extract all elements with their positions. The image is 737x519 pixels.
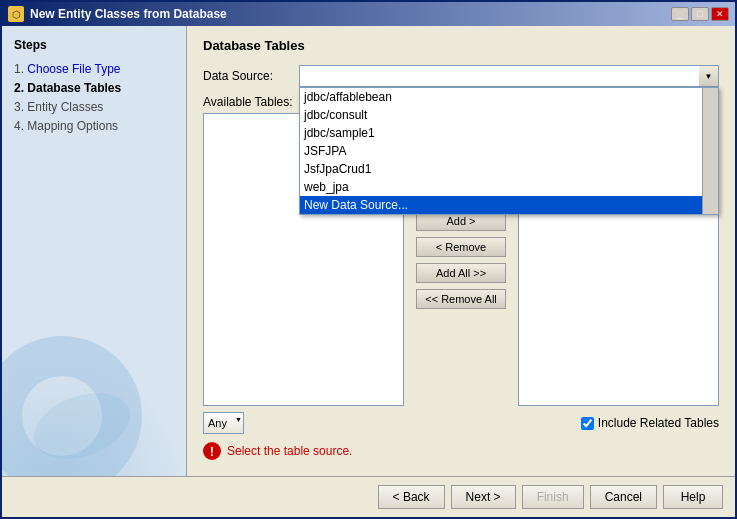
- window-icon: ⬡: [8, 6, 24, 22]
- steps-list: 1. Choose File Type 2. Database Tables 3…: [14, 62, 174, 133]
- data-source-dropdown[interactable]: jdbc/affablebean jdbc/consult jdbc/sampl…: [299, 87, 719, 215]
- filter-select[interactable]: Any: [203, 412, 244, 434]
- step-2: 2. Database Tables: [14, 81, 174, 95]
- include-related-row: Include Related Tables: [581, 416, 719, 430]
- help-button[interactable]: Help: [663, 485, 723, 509]
- remove-all-button[interactable]: << Remove All: [416, 289, 506, 309]
- dropdown-item-jsfjpa[interactable]: JSFJPA: [300, 142, 718, 160]
- bottom-options-row: Any Include Related Tables: [203, 412, 719, 434]
- step-2-label: Database Tables: [27, 81, 121, 95]
- minimize-button[interactable]: _: [671, 7, 689, 21]
- include-related-label: Include Related Tables: [598, 416, 719, 430]
- step-3-label: Entity Classes: [27, 100, 103, 114]
- dropdown-scrollbar[interactable]: [702, 88, 718, 214]
- dropdown-item-web-jpa[interactable]: web_jpa: [300, 178, 718, 196]
- dropdown-item-new-data-source[interactable]: New Data Source...: [300, 196, 718, 214]
- window-controls: _ □ ✕: [671, 7, 729, 21]
- step-1: 1. Choose File Type: [14, 62, 174, 76]
- data-source-combo[interactable]: ▼ jdbc/affablebean jdbc/consult jdbc/sam…: [299, 65, 719, 87]
- filter-combo-row: Any: [203, 412, 244, 434]
- close-button[interactable]: ✕: [711, 7, 729, 21]
- dropdown-item-jdbc-affablebean[interactable]: jdbc/affablebean: [300, 88, 718, 106]
- steps-heading: Steps: [14, 38, 174, 52]
- title-bar: ⬡ New Entity Classes from Database _ □ ✕: [2, 2, 735, 26]
- main-window: ⬡ New Entity Classes from Database _ □ ✕…: [0, 0, 737, 519]
- title-bar-left: ⬡ New Entity Classes from Database: [8, 6, 227, 22]
- steps-panel: Steps 1. Choose File Type 2. Database Ta…: [2, 26, 187, 476]
- dropdown-item-jdbc-sample1[interactable]: jdbc/sample1: [300, 124, 718, 142]
- data-source-dropdown-btn[interactable]: ▼: [699, 65, 719, 87]
- footer: < Back Next > Finish Cancel Help: [2, 476, 735, 517]
- step-4-label: Mapping Options: [27, 119, 118, 133]
- data-source-label: Data Source:: [203, 69, 293, 83]
- error-message: Select the table source.: [227, 444, 352, 458]
- include-related-checkbox[interactable]: [581, 417, 594, 430]
- data-source-row: Data Source: ▼ jdbc/affablebean jdbc/con…: [203, 65, 719, 87]
- filter-select-wrapper[interactable]: Any: [203, 412, 244, 434]
- finish-button[interactable]: Finish: [522, 485, 584, 509]
- cancel-button[interactable]: Cancel: [590, 485, 657, 509]
- error-icon: !: [203, 442, 221, 460]
- dialog-content: Steps 1. Choose File Type 2. Database Ta…: [2, 26, 735, 476]
- maximize-button[interactable]: □: [691, 7, 709, 21]
- main-panel: Database Tables Data Source: ▼ jdbc/affa…: [187, 26, 735, 476]
- error-row: ! Select the table source.: [203, 434, 719, 464]
- step-1-link[interactable]: Choose File Type: [27, 62, 120, 76]
- add-all-button[interactable]: Add All >>: [416, 263, 506, 283]
- step-3: 3. Entity Classes: [14, 100, 174, 114]
- step-4: 4. Mapping Options: [14, 119, 174, 133]
- dropdown-item-jdbc-consult[interactable]: jdbc/consult: [300, 106, 718, 124]
- available-tables-label: Available Tables:: [203, 95, 293, 109]
- next-button[interactable]: Next >: [451, 485, 516, 509]
- remove-button[interactable]: < Remove: [416, 237, 506, 257]
- panel-title: Database Tables: [203, 38, 719, 53]
- window-title: New Entity Classes from Database: [30, 7, 227, 21]
- dropdown-item-jsfjpacrud1[interactable]: JsfJpaCrud1: [300, 160, 718, 178]
- data-source-input[interactable]: [299, 65, 719, 87]
- back-button[interactable]: < Back: [378, 485, 445, 509]
